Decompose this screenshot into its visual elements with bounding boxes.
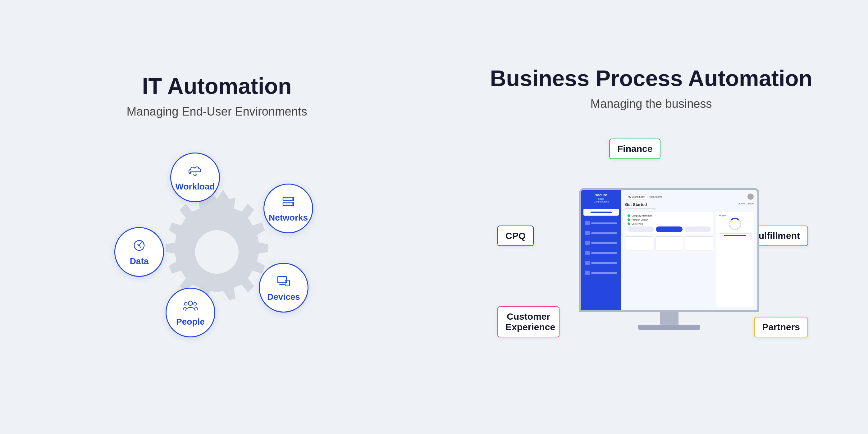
monitor-illustration: secureedge Control Office bbox=[579, 188, 759, 330]
form-content: Company Information ✓ Points of Contact … bbox=[625, 212, 713, 307]
mini-card-3 bbox=[685, 237, 713, 250]
users-icon bbox=[183, 298, 198, 314]
progress-bar-2 bbox=[724, 235, 747, 236]
si-icon bbox=[585, 261, 590, 265]
customer-experience-label: CustomerExperience bbox=[497, 306, 559, 337]
option-pills-row bbox=[627, 226, 711, 232]
data-label: Data bbox=[130, 256, 149, 266]
monitor-screen: secureedge Control Office bbox=[579, 188, 759, 312]
left-panel: IT Automation Managing End-User Environm… bbox=[0, 0, 434, 434]
si-icon bbox=[585, 231, 590, 235]
company-info-block: Company Information ✓ Points of Contact … bbox=[625, 212, 713, 235]
workload-label: Workload bbox=[175, 182, 215, 192]
monitor-neck bbox=[660, 312, 679, 324]
si-icon bbox=[585, 271, 590, 275]
si-text bbox=[591, 232, 617, 234]
status-dot-2 bbox=[627, 218, 630, 221]
sidebar-item-5 bbox=[583, 259, 619, 267]
workload-node: Workload bbox=[170, 153, 220, 202]
cloud-icon bbox=[187, 163, 203, 179]
si-icon bbox=[585, 251, 590, 255]
company-info-row: Company Information ✓ bbox=[627, 214, 711, 217]
svg-point-3 bbox=[292, 204, 293, 205]
left-title: IT Automation bbox=[142, 73, 291, 99]
si-text bbox=[591, 242, 617, 244]
networks-label: Networks bbox=[269, 213, 308, 223]
company-info-text: Company Information bbox=[631, 214, 652, 217]
svg-point-2 bbox=[292, 198, 293, 200]
option-1 bbox=[627, 226, 654, 232]
quote-tracker-label: Quote Tracker bbox=[738, 202, 754, 205]
app-sidebar: secureedge Control Office bbox=[581, 190, 621, 310]
header-logo: My Brand Logo Ken Adams bbox=[625, 194, 662, 199]
option-3 bbox=[684, 226, 711, 232]
quote-type-row: Quote Type bbox=[627, 222, 711, 225]
analytics-icon bbox=[131, 238, 147, 253]
si-text bbox=[591, 222, 617, 224]
right-title: Business Process Automation bbox=[490, 66, 812, 91]
people-label: People bbox=[176, 317, 205, 327]
gear-shape bbox=[165, 190, 268, 300]
title-underbar bbox=[625, 208, 656, 209]
cpq-label: CPQ bbox=[497, 225, 534, 246]
sidebar-item-3 bbox=[583, 239, 619, 247]
devices-label: Devices bbox=[267, 292, 300, 302]
finance-label: Finance bbox=[609, 138, 660, 159]
main-content-row: Company Information ✓ Points of Contact … bbox=[625, 212, 754, 307]
gear-diagram: Workload Networks Devices bbox=[108, 143, 326, 361]
svg-point-15 bbox=[138, 245, 140, 246]
devices-node: Devices bbox=[259, 263, 309, 313]
partners-label: Partners bbox=[754, 317, 808, 337]
left-subtitle: Managing End-User Environments bbox=[127, 105, 307, 118]
get-started-title: Get Started bbox=[625, 202, 656, 207]
data-node: Data bbox=[114, 227, 164, 277]
app-main: My Brand Logo Ken Adams Get Started bbox=[621, 190, 757, 310]
sidebar-item-6 bbox=[583, 269, 619, 277]
content-header: Get Started Quote Tracker bbox=[625, 202, 754, 209]
btn-bar bbox=[591, 211, 612, 213]
networks-node: Networks bbox=[264, 184, 313, 233]
monitor: secureedge Control Office bbox=[579, 188, 759, 330]
svg-point-12 bbox=[185, 303, 187, 305]
quote-type-text: Quote Type bbox=[631, 222, 643, 225]
card-row bbox=[625, 237, 713, 250]
option-2 bbox=[656, 226, 682, 232]
progress-widget: Progress bbox=[716, 212, 754, 307]
progress-bar-1 bbox=[719, 233, 751, 234]
bpa-diagram: Finance CPQ Fulfillment CustomerExperien… bbox=[488, 135, 814, 368]
monitor-base bbox=[638, 324, 700, 330]
user-avatar bbox=[747, 193, 754, 200]
si-text bbox=[591, 252, 617, 253]
contacts-text: Points of Contact bbox=[631, 218, 648, 221]
mini-card-2 bbox=[655, 237, 683, 250]
right-panel: Business Process Automation Managing the… bbox=[434, 0, 868, 434]
create-quote-btn bbox=[583, 209, 619, 216]
server-icon bbox=[281, 194, 296, 210]
si-text bbox=[591, 262, 617, 264]
sidebar-item-1 bbox=[583, 219, 619, 227]
mini-card-1 bbox=[625, 237, 653, 250]
si-text bbox=[591, 272, 617, 273]
checkmark-2: ✓ bbox=[650, 218, 652, 221]
status-dot-3 bbox=[627, 222, 630, 225]
app-logo: secureedge Control Office bbox=[583, 193, 619, 203]
app-header: My Brand Logo Ken Adams bbox=[625, 193, 754, 200]
contacts-row: Points of Contact ✓ bbox=[627, 218, 711, 221]
svg-point-13 bbox=[194, 303, 197, 305]
people-node: People bbox=[165, 288, 215, 337]
monitor-inner: secureedge Control Office bbox=[581, 190, 757, 310]
right-subtitle: Managing the business bbox=[591, 97, 712, 111]
user-name: Ken Adams bbox=[649, 195, 662, 198]
devices-icon bbox=[276, 273, 291, 289]
brand-logo-pill: My Brand Logo bbox=[625, 194, 647, 199]
widget-label: Progress bbox=[719, 214, 727, 217]
si-icon bbox=[585, 241, 590, 245]
status-dot bbox=[627, 214, 630, 217]
get-started-section: Get Started bbox=[625, 202, 656, 209]
progress-ring bbox=[729, 218, 741, 230]
checkmark: ✓ bbox=[655, 214, 656, 217]
sidebar-item-4 bbox=[583, 249, 619, 257]
si-icon bbox=[585, 221, 590, 225]
svg-point-11 bbox=[188, 301, 193, 305]
sidebar-item-2 bbox=[583, 229, 619, 237]
